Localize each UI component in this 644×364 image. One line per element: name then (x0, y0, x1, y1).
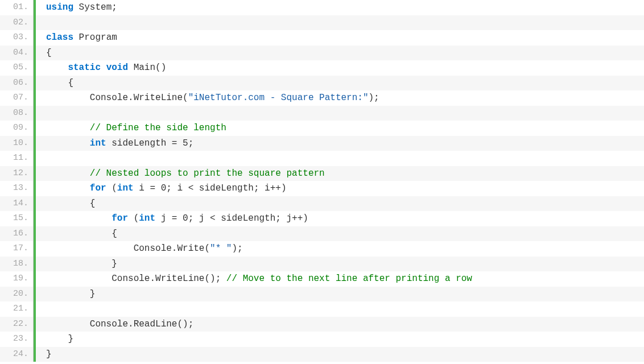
line-number: 20. (0, 287, 33, 302)
code-token: for (90, 183, 106, 193)
code-line: 02. (0, 15, 644, 31)
code-line: 12. // Nested loops to print the square … (0, 166, 644, 181)
line-number: 17. (0, 241, 33, 257)
code-token: using (46, 2, 73, 13)
gutter-gap (36, 211, 46, 226)
code-line: 03.class Program (0, 30, 644, 46)
code-content: Console.WriteLine(); // Move to the next… (46, 271, 644, 287)
code-line: 19. Console.WriteLine(); // Move to the … (0, 271, 644, 287)
code-token: } (46, 289, 95, 299)
line-number: 03. (0, 30, 33, 46)
code-token: ( (128, 213, 139, 224)
code-token: { (46, 78, 73, 88)
code-line: 06. { (0, 76, 644, 91)
gutter-gap (36, 60, 46, 76)
gutter-gap (36, 241, 46, 257)
code-token: ); (369, 93, 379, 103)
gutter-gap (36, 121, 46, 136)
code-content (46, 301, 644, 317)
code-line: 15. for (int j = 0; j < sideLength; j++) (0, 211, 644, 226)
line-number: 15. (0, 211, 33, 226)
line-number: 07. (0, 90, 33, 106)
code-line: 20. } (0, 287, 644, 302)
code-line: 16. { (0, 226, 644, 242)
code-token: // Define the side length (90, 123, 226, 133)
gutter-gap (36, 0, 46, 15)
gutter-gap (36, 271, 46, 287)
code-token: Console.WriteLine( (46, 93, 188, 103)
code-token: static (68, 63, 101, 73)
code-token (46, 123, 90, 133)
gutter-gap (36, 106, 46, 121)
code-block: 01.using System;02.03.class Program04.{0… (0, 0, 644, 364)
line-number: 08. (0, 106, 33, 121)
gutter-gap (36, 317, 46, 332)
gutter-gap (36, 347, 46, 362)
code-line: 01.using System; (0, 0, 644, 15)
line-number: 06. (0, 76, 33, 91)
code-content: { (46, 46, 644, 61)
code-line: 09. // Define the side length (0, 121, 644, 136)
gutter-gap (36, 257, 46, 272)
code-token (46, 63, 68, 73)
code-content: } (46, 257, 644, 272)
code-token (46, 138, 90, 148)
code-token: "iNetTutor.com - Square Pattern:" (188, 93, 369, 103)
code-content: // Nested loops to print the square patt… (46, 166, 644, 181)
code-content: class Program (46, 30, 644, 46)
code-token: ( (106, 183, 117, 193)
code-line: 18. } (0, 257, 644, 272)
code-token: class (46, 32, 73, 43)
code-token (46, 168, 90, 179)
code-token: } (46, 349, 52, 359)
code-line: 04.{ (0, 46, 644, 61)
line-number: 05. (0, 60, 33, 76)
gutter-gap (36, 90, 46, 106)
code-token: sideLength = 5; (106, 138, 194, 148)
line-number: 16. (0, 226, 33, 242)
code-content: { (46, 226, 644, 242)
line-number: 09. (0, 121, 33, 136)
code-line: 08. (0, 106, 644, 121)
code-content: for (int j = 0; j < sideLength; j++) (46, 211, 644, 226)
code-token: for (112, 213, 128, 224)
line-number: 01. (0, 0, 33, 15)
gutter-gap (36, 226, 46, 242)
code-token: i = 0; i < sideLength; i++) (134, 183, 287, 193)
code-token: // Move to the next line after printing … (226, 274, 472, 284)
line-number: 19. (0, 271, 33, 287)
line-number: 12. (0, 166, 33, 181)
code-token: "* " (210, 243, 232, 254)
code-token: Console.WriteLine(); (46, 274, 226, 284)
code-content: } (46, 347, 644, 362)
line-number: 21. (0, 301, 33, 317)
line-number: 23. (0, 332, 33, 347)
code-line: 23. } (0, 332, 644, 347)
line-number: 10. (0, 136, 33, 151)
code-token: int (117, 183, 134, 193)
code-token: Console.ReadLine(); (46, 319, 193, 329)
code-token: { (46, 198, 95, 209)
gutter-gap (36, 15, 46, 31)
line-number: 13. (0, 181, 33, 196)
code-content: { (46, 196, 644, 212)
line-number: 02. (0, 15, 33, 31)
line-number: 14. (0, 196, 33, 212)
line-number: 22. (0, 317, 33, 332)
line-number: 04. (0, 46, 33, 61)
gutter-gap (36, 332, 46, 347)
gutter-gap (36, 151, 46, 166)
code-line: 17. Console.Write("* "); (0, 241, 644, 257)
gutter-gap (36, 76, 46, 91)
code-line: 10. int sideLength = 5; (0, 136, 644, 151)
code-token: void (106, 63, 128, 73)
code-content: Console.ReadLine(); (46, 317, 644, 332)
gutter-gap (36, 301, 46, 317)
code-token: // Nested loops to print the square patt… (90, 168, 325, 179)
code-line: 21. (0, 301, 644, 317)
code-line: 07. Console.WriteLine("iNetTutor.com - S… (0, 90, 644, 106)
gutter-gap (36, 46, 46, 61)
code-content: using System; (46, 0, 644, 15)
gutter-gap (36, 136, 46, 151)
code-content: } (46, 287, 644, 302)
